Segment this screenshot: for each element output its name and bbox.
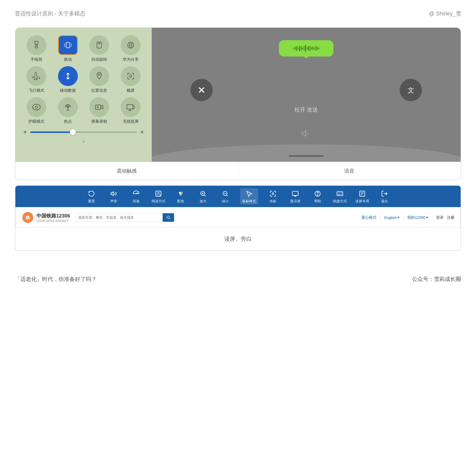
slider-thumb[interactable] bbox=[70, 129, 76, 135]
cc-item-mobiledata: 移动数据 bbox=[54, 66, 82, 93]
toolbar-icon-help bbox=[313, 189, 322, 198]
svg-rect-21 bbox=[127, 105, 133, 109]
brightness-slider[interactable] bbox=[30, 131, 137, 133]
eyeprotect-icon bbox=[32, 103, 41, 112]
toolbar-icon-zoomout bbox=[221, 189, 230, 198]
screenshot-icon bbox=[126, 72, 135, 81]
toolbar-item-readmode[interactable]: 读屏专用 bbox=[355, 189, 370, 204]
main-content: 手电筒 bbox=[0, 22, 476, 256]
wave-bar bbox=[298, 47, 298, 50]
zoomin-icon bbox=[200, 190, 207, 197]
page-footer: 「适老化」时代，你准备好了吗？ 公众号：雪莉成长圈 bbox=[0, 266, 476, 293]
cc-btn-huaweishare[interactable] bbox=[121, 35, 141, 55]
nav-english[interactable]: English ▾ bbox=[384, 215, 399, 220]
cc-label-location: 位置信息 bbox=[91, 88, 107, 93]
cc-btn-vibration[interactable] bbox=[58, 35, 78, 55]
svg-point-27 bbox=[152, 144, 461, 162]
wave-bar bbox=[311, 47, 312, 50]
toolbar-item-cursor[interactable]: 鼠标样式 bbox=[240, 188, 258, 205]
cc-grid: 手电筒 bbox=[23, 35, 144, 124]
toolbar-item-speed[interactable]: 语速 bbox=[129, 189, 144, 204]
voice-cancel-btn[interactable] bbox=[190, 79, 213, 101]
cc-btn-mobiledata[interactable] bbox=[58, 66, 78, 86]
nav-register[interactable]: 注册 bbox=[447, 215, 454, 220]
cc-label-screenrecord: 屏幕录制 bbox=[91, 119, 107, 124]
label-voice: 语音 bbox=[238, 162, 461, 180]
toolbar-item-reset[interactable]: 重置 bbox=[84, 189, 99, 204]
cc-label-flashlight: 手电筒 bbox=[30, 57, 42, 62]
logo-main: 中国铁路12306 bbox=[36, 213, 70, 219]
toolbar-label-focus: 光标 bbox=[269, 199, 276, 204]
svg-line-64 bbox=[169, 218, 170, 219]
volume-icon bbox=[110, 190, 117, 197]
svg-point-11 bbox=[129, 44, 132, 46]
svg-point-33 bbox=[179, 192, 181, 194]
toolbar-item-reading[interactable]: 阅读方式 bbox=[151, 189, 166, 204]
cc-btn-location[interactable] bbox=[89, 66, 109, 86]
nav-sep-3: | bbox=[432, 215, 433, 220]
toolbar-item-zoomout[interactable]: 缩小 bbox=[218, 189, 233, 204]
cc-btn-wirelessscreen[interactable] bbox=[121, 97, 141, 117]
display-icon bbox=[292, 190, 299, 197]
toolbar-item-exit[interactable]: 退出 bbox=[377, 189, 392, 204]
nav-myaccount[interactable]: 我的12306 ▾ bbox=[407, 215, 428, 220]
cc-btn-autorotate[interactable] bbox=[89, 35, 109, 55]
svg-rect-19 bbox=[95, 105, 101, 109]
nav-login[interactable]: 登录 bbox=[436, 215, 444, 220]
toolbar-item-zoomin[interactable]: 放大 bbox=[196, 189, 210, 204]
huaweishare-icon bbox=[126, 41, 135, 50]
exit-icon bbox=[381, 190, 388, 197]
cc-btn-hotspot[interactable] bbox=[58, 97, 78, 117]
svg-rect-49 bbox=[337, 192, 343, 196]
cc-label-huaweishare: 华为分享 bbox=[123, 57, 139, 62]
zoomout-icon bbox=[222, 190, 229, 197]
bottom-curve bbox=[152, 137, 461, 162]
wave-bar bbox=[301, 46, 301, 50]
cc-item-hotspot: 热点 bbox=[54, 97, 82, 124]
cc-label-mobiledata: 移动数据 bbox=[60, 88, 76, 93]
toolbar-label-display: 显示屏 bbox=[290, 199, 300, 204]
toolbar-icon-voice bbox=[109, 189, 118, 198]
toolbar-label-readmode: 读屏专用 bbox=[355, 199, 369, 204]
nav-sep-2: | bbox=[403, 215, 404, 220]
cc-btn-screenrecord[interactable] bbox=[89, 97, 109, 117]
voice-text-btn[interactable]: 文 bbox=[400, 79, 422, 101]
text-icon: 文 bbox=[406, 85, 416, 95]
toolbar-label-help: 帮助 bbox=[314, 199, 321, 204]
wave-bar bbox=[295, 47, 296, 50]
toolbar-item-focus[interactable]: 光标 bbox=[266, 189, 280, 204]
wave-bar bbox=[314, 47, 315, 49]
accessibility-toolbar: 重置 声音 语速 bbox=[15, 186, 461, 207]
cc-item-screenshot: 截屏 bbox=[117, 66, 145, 93]
demo-container: 手电筒 bbox=[15, 28, 461, 162]
toolbar-icon-exit bbox=[380, 189, 389, 198]
wave-bar bbox=[308, 46, 309, 51]
toolbar-label-zoomout: 缩小 bbox=[222, 199, 229, 204]
search-input[interactable] bbox=[75, 214, 163, 221]
toolbar-item-color[interactable]: 配色 bbox=[173, 189, 188, 204]
wave-bar bbox=[299, 45, 300, 51]
cc-label-autorotate: 自动旋转 bbox=[91, 57, 107, 62]
cc-collapse-arrow[interactable]: ⌄ bbox=[23, 138, 144, 144]
toolbar-icon-color bbox=[176, 189, 185, 198]
search-button[interactable] bbox=[163, 213, 174, 222]
voice-send-text: 松开 发送 bbox=[295, 106, 318, 114]
cc-btn-flashlight[interactable] bbox=[27, 35, 46, 55]
cc-btn-airplane[interactable] bbox=[27, 66, 46, 86]
toolbar-icon-readmode bbox=[358, 189, 367, 198]
toolbar-item-help[interactable]: 帮助 bbox=[310, 189, 325, 204]
reading-icon bbox=[155, 190, 162, 197]
svg-point-43 bbox=[272, 193, 274, 195]
svg-point-35 bbox=[180, 194, 182, 195]
cc-btn-eyeprotect[interactable] bbox=[27, 97, 46, 117]
nav-caring[interactable]: 爱心模式 bbox=[361, 215, 376, 220]
search-bar bbox=[75, 213, 174, 222]
autorotate-icon bbox=[95, 41, 104, 50]
toolbar-item-display[interactable]: 显示屏 bbox=[288, 189, 303, 204]
toolbar-icon-zoomin bbox=[199, 189, 208, 198]
brightness-min-icon: ☀ bbox=[23, 129, 27, 135]
toolbar-item-voice[interactable]: 声音 bbox=[106, 189, 121, 204]
cc-btn-screenshot[interactable] bbox=[121, 66, 141, 86]
wave-bar bbox=[316, 46, 316, 51]
toolbar-item-shortcuts[interactable]: 快捷方式 bbox=[332, 189, 347, 204]
